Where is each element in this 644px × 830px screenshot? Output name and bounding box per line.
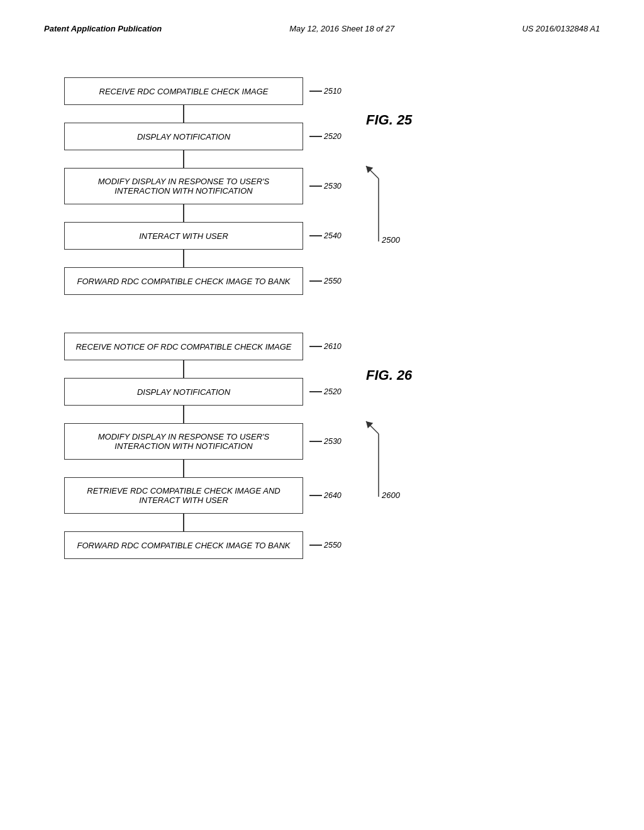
step-2520b-number: 2520 (309, 387, 341, 396)
fig25-bracket: 2500 (366, 179, 412, 257)
step-2550-number: 2550 (309, 277, 341, 285)
step-2540-row: INTERACT WITH USER 2540 (64, 222, 303, 250)
step-2510-label: RECEIVE RDC COMPATIBLE CHECK IMAGE (99, 87, 269, 96)
step-2640-row: RETRIEVE RDC COMPATIBLE CHECK IMAGE AND … (64, 477, 303, 514)
step-2550b-row: FORWARD RDC COMPATIBLE CHECK IMAGE TO BA… (64, 531, 303, 559)
fig26-diagram-number: 2600 (382, 490, 400, 500)
header-left: Patent Application Publication (44, 24, 162, 33)
fig26-section: RECEIVE NOTICE OF RDC COMPATIBLE CHECK I… (64, 333, 580, 559)
page: Patent Application Publication May 12, 2… (0, 0, 644, 830)
tick-2610 (309, 346, 322, 347)
step-2530b-number: 2530 (309, 437, 341, 446)
fig26-flowchart: RECEIVE NOTICE OF RDC COMPATIBLE CHECK I… (64, 333, 303, 559)
step-2550b-box: FORWARD RDC COMPATIBLE CHECK IMAGE TO BA… (64, 531, 303, 559)
fig25-label: FIG. 25 (366, 112, 412, 128)
step-2550-row: FORWARD RDC COMPATIBLE CHECK IMAGE TO BA… (64, 267, 303, 295)
step-2610-label: RECEIVE NOTICE OF RDC COMPATIBLE CHECK I… (75, 342, 291, 351)
step-2530-row: MODIFY DISPLAY IN RESPONSE TO USER'S INT… (64, 168, 303, 204)
fig25-right: FIG. 25 2500 (366, 77, 412, 295)
arrow-2530b-2640 (183, 460, 184, 477)
arrow-2610-2520b (183, 360, 184, 378)
step-2640-number: 2640 (309, 491, 341, 500)
step-2520b-box: DISPLAY NOTIFICATION (64, 378, 303, 406)
step-2530-number: 2530 (309, 182, 341, 191)
arrow-2520b-2530b (183, 406, 184, 423)
step-2550-box: FORWARD RDC COMPATIBLE CHECK IMAGE TO BA… (64, 267, 303, 295)
step-2550-label: FORWARD RDC COMPATIBLE CHECK IMAGE TO BA… (77, 277, 290, 286)
fig26-label: FIG. 26 (366, 367, 412, 384)
tick-2550b (309, 545, 322, 546)
step-2550b-label: FORWARD RDC COMPATIBLE CHECK IMAGE TO BA… (77, 541, 290, 550)
step-2520b-label: DISPLAY NOTIFICATION (137, 387, 230, 397)
fig26-right: FIG. 26 2600 (366, 333, 412, 559)
step-2610-number: 2610 (309, 342, 341, 351)
step-2530b-row: MODIFY DISPLAY IN RESPONSE TO USER'S INT… (64, 423, 303, 460)
step-2610-row: RECEIVE NOTICE OF RDC COMPATIBLE CHECK I… (64, 333, 303, 360)
step-2530-label: MODIFY DISPLAY IN RESPONSE TO USER'S INT… (72, 177, 295, 196)
header-center: May 12, 2016 Sheet 18 of 27 (289, 24, 394, 33)
fig25-section: RECEIVE RDC COMPATIBLE CHECK IMAGE 2510 … (64, 77, 580, 295)
fig25-flowchart: RECEIVE RDC COMPATIBLE CHECK IMAGE 2510 … (64, 77, 303, 295)
tick-2540 (309, 235, 322, 236)
header-right: US 2016/0132848 A1 (522, 24, 600, 33)
arrow-2520-2530 (183, 150, 184, 168)
step-2540-number: 2540 (309, 231, 341, 240)
step-2520-label: DISPLAY NOTIFICATION (137, 132, 230, 141)
step-2520-row: DISPLAY NOTIFICATION 2520 (64, 123, 303, 150)
step-2520b-row: DISPLAY NOTIFICATION 2520 (64, 378, 303, 406)
step-2520-number: 2520 (309, 132, 341, 141)
step-2530b-box: MODIFY DISPLAY IN RESPONSE TO USER'S INT… (64, 423, 303, 460)
step-2540-label: INTERACT WITH USER (139, 231, 228, 241)
tick-2530 (309, 185, 322, 187)
tick-2510 (309, 91, 322, 92)
tick-2520b (309, 391, 322, 392)
step-2640-box: RETRIEVE RDC COMPATIBLE CHECK IMAGE AND … (64, 477, 303, 514)
tick-2550 (309, 280, 322, 282)
tick-2530b (309, 441, 322, 442)
fig26-bracket: 2600 (366, 434, 412, 512)
step-2530b-label: MODIFY DISPLAY IN RESPONSE TO USER'S INT… (72, 432, 295, 451)
step-2510-row: RECEIVE RDC COMPATIBLE CHECK IMAGE 2510 (64, 77, 303, 105)
step-2540-box: INTERACT WITH USER (64, 222, 303, 250)
tick-2640 (309, 495, 322, 496)
step-2640-label: RETRIEVE RDC COMPATIBLE CHECK IMAGE AND … (72, 486, 295, 505)
step-2510-number: 2510 (309, 87, 341, 96)
step-2520-box: DISPLAY NOTIFICATION (64, 123, 303, 150)
step-2550b-number: 2550 (309, 541, 341, 550)
arrow-2540-2550 (183, 250, 184, 267)
step-2510-box: RECEIVE RDC COMPATIBLE CHECK IMAGE (64, 77, 303, 105)
arrow-2640-2550b (183, 514, 184, 531)
step-2610-box: RECEIVE NOTICE OF RDC COMPATIBLE CHECK I… (64, 333, 303, 360)
arrow-2530-2540 (183, 204, 184, 222)
fig25-diagram-number: 2500 (382, 235, 400, 245)
arrow-2510-2520 (183, 105, 184, 123)
tick-2520 (309, 136, 322, 137)
header: Patent Application Publication May 12, 2… (25, 13, 619, 40)
step-2530-box: MODIFY DISPLAY IN RESPONSE TO USER'S INT… (64, 168, 303, 204)
